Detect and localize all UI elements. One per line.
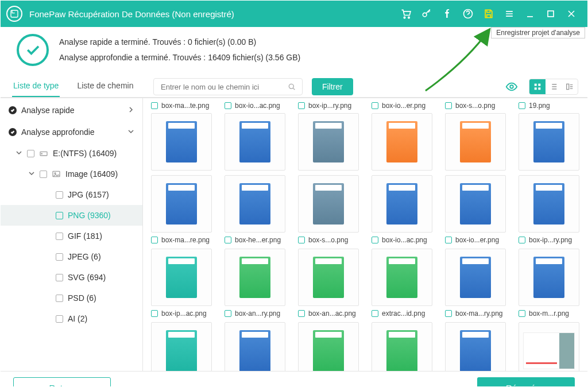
- file-cell[interactable]: [367, 322, 437, 371]
- file-cell[interactable]: box-io...ac.png: [220, 102, 290, 171]
- file-thumbnail[interactable]: [445, 113, 506, 171]
- file-cell[interactable]: [146, 322, 216, 371]
- file-cell[interactable]: box-s...o.png: [293, 175, 363, 244]
- view-grid-icon[interactable]: [529, 79, 546, 94]
- recover-button[interactable]: Récupérer: [477, 377, 575, 388]
- file-thumbnail[interactable]: [445, 175, 506, 233]
- file-cell[interactable]: box-io...ac.png: [367, 175, 437, 244]
- checkbox[interactable]: [56, 253, 63, 261]
- sidebar-item-format[interactable]: PSD (6): [1, 288, 142, 308]
- checkbox[interactable]: [298, 237, 305, 243]
- file-thumbnail[interactable]: [225, 113, 285, 171]
- checkbox[interactable]: [151, 237, 158, 243]
- file-thumbnail[interactable]: [372, 249, 432, 306]
- checkbox[interactable]: [56, 315, 63, 323]
- file-thumbnail[interactable]: [298, 175, 359, 233]
- file-thumbnail[interactable]: [519, 175, 579, 233]
- file-thumbnail[interactable]: [298, 322, 359, 371]
- file-thumbnail[interactable]: [519, 249, 579, 306]
- file-thumbnail[interactable]: [225, 322, 285, 371]
- file-thumbnail[interactable]: [151, 113, 212, 171]
- checkbox[interactable]: [56, 233, 63, 240]
- checkbox[interactable]: [27, 150, 34, 157]
- checkbox[interactable]: [445, 310, 452, 317]
- checkbox[interactable]: [372, 237, 378, 243]
- view-list-icon[interactable]: [546, 79, 562, 94]
- save-project-icon[interactable]: [478, 3, 499, 24]
- file-cell[interactable]: box-an...ac.png: [293, 249, 363, 318]
- file-thumbnail[interactable]: [372, 113, 432, 171]
- file-cell[interactable]: box-ip...ac.png: [146, 249, 216, 318]
- file-cell[interactable]: box-ma...ry.png: [440, 249, 510, 318]
- file-cell[interactable]: [440, 322, 510, 371]
- checkbox[interactable]: [372, 310, 378, 317]
- checkbox[interactable]: [445, 237, 452, 243]
- checkbox[interactable]: [225, 102, 231, 109]
- checkbox[interactable]: [372, 102, 378, 109]
- checkbox[interactable]: [151, 310, 158, 317]
- checkbox[interactable]: [151, 102, 158, 109]
- search-input[interactable]: [160, 82, 287, 92]
- checkbox[interactable]: [298, 102, 305, 109]
- tab-path-list[interactable]: Liste de chemin: [76, 75, 134, 97]
- checkbox[interactable]: [225, 310, 231, 317]
- sidebar-item-format[interactable]: GIF (181): [1, 226, 142, 246]
- sidebar-item-format[interactable]: SVG (694): [1, 267, 142, 288]
- checkbox[interactable]: [56, 191, 63, 199]
- file-cell[interactable]: box-io...er.png: [440, 175, 510, 244]
- sidebar-item-format[interactable]: PNG (9360): [1, 205, 142, 226]
- file-thumbnail[interactable]: [445, 322, 506, 371]
- checkbox[interactable]: [445, 102, 452, 109]
- file-cell[interactable]: box-s...o.png: [440, 102, 510, 171]
- tab-type-list[interactable]: Liste de type: [12, 75, 60, 97]
- sidebar-item-format[interactable]: JPG (6157): [1, 184, 142, 205]
- file-cell[interactable]: box-io...er.png: [367, 102, 437, 171]
- file-thumbnail[interactable]: [225, 249, 285, 306]
- file-cell[interactable]: [293, 322, 363, 371]
- checkbox[interactable]: [225, 237, 231, 243]
- filter-button[interactable]: Filtrer: [312, 78, 353, 95]
- cart-icon[interactable]: [396, 3, 416, 24]
- file-thumbnail[interactable]: [445, 249, 506, 306]
- file-thumbnail[interactable]: [151, 175, 212, 233]
- file-cell[interactable]: extrac...id.png: [367, 249, 437, 318]
- facebook-icon[interactable]: [437, 3, 458, 24]
- checkbox[interactable]: [56, 274, 63, 281]
- file-thumbnail[interactable]: [225, 175, 285, 233]
- file-cell[interactable]: box-m...r.png: [514, 249, 584, 318]
- file-thumbnail[interactable]: [151, 249, 212, 306]
- file-thumbnail[interactable]: [151, 322, 212, 371]
- file-cell[interactable]: box-ip...ry.png: [293, 102, 363, 171]
- sidebar-item-format[interactable]: JPEG (6): [1, 246, 142, 267]
- file-cell[interactable]: box-an...ry.png: [220, 249, 290, 318]
- search-box[interactable]: [153, 78, 303, 95]
- menu-icon[interactable]: [499, 3, 520, 24]
- file-thumbnail[interactable]: [519, 113, 579, 171]
- file-cell[interactable]: box-ma...re.png: [146, 175, 216, 244]
- checkbox[interactable]: [519, 237, 525, 243]
- file-thumbnail[interactable]: [298, 249, 359, 306]
- back-button[interactable]: Retour: [13, 377, 111, 388]
- sidebar-section-deep-scan[interactable]: Analyse approfondie: [1, 121, 142, 143]
- sidebar-item-image[interactable]: Image (16409): [1, 164, 142, 184]
- maximize-icon[interactable]: [540, 3, 561, 24]
- file-cell[interactable]: [514, 322, 584, 371]
- file-thumbnail[interactable]: [372, 175, 432, 233]
- key-icon[interactable]: [416, 3, 437, 24]
- view-detail-icon[interactable]: [562, 79, 578, 94]
- sidebar-item-drive[interactable]: E:(NTFS) (16409): [1, 143, 142, 164]
- file-cell[interactable]: [220, 322, 290, 371]
- preview-toggle-icon[interactable]: [504, 79, 520, 95]
- sidebar-item-format[interactable]: AI (2): [1, 308, 142, 329]
- close-icon[interactable]: [561, 3, 582, 24]
- checkbox[interactable]: [40, 171, 47, 178]
- checkbox[interactable]: [56, 212, 63, 219]
- file-thumbnail[interactable]: [372, 322, 432, 371]
- minimize-icon[interactable]: [520, 3, 540, 24]
- sidebar-section-quick-scan[interactable]: Analyse rapide: [1, 99, 142, 121]
- checkbox[interactable]: [56, 295, 63, 302]
- feedback-icon[interactable]: [458, 3, 478, 24]
- checkbox[interactable]: [519, 310, 525, 317]
- checkbox[interactable]: [298, 310, 305, 317]
- checkbox[interactable]: [519, 102, 525, 109]
